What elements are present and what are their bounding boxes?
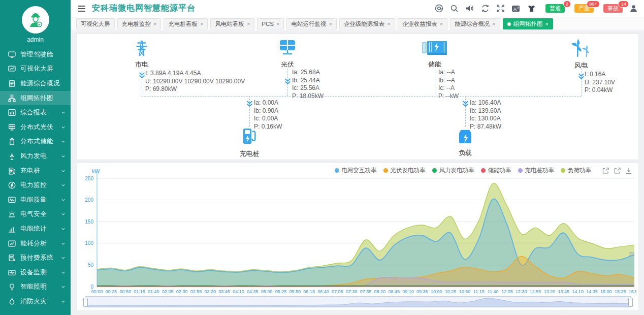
header-actions: Az普通2严重99+事故14 xyxy=(435,4,638,13)
close-icon[interactable]: × xyxy=(440,21,443,27)
chevron-down-icon xyxy=(61,125,66,130)
fullscreen-icon[interactable] xyxy=(496,4,505,13)
sidebar-item-analysis[interactable]: 能耗分析 xyxy=(0,236,71,251)
alarm-badge-2[interactable]: 事故14 xyxy=(603,4,623,13)
avatar xyxy=(22,6,49,34)
zoom-box-icon[interactable] xyxy=(602,167,609,174)
legend-label: 风力发电功率 xyxy=(439,167,474,174)
sidebar-item-bulb[interactable]: 智能照明 xyxy=(0,280,71,295)
close-icon[interactable]: × xyxy=(545,21,548,27)
svg-text:12:05: 12:05 xyxy=(501,289,513,294)
engineer-avatar-icon xyxy=(25,10,46,30)
sidebar-item-book[interactable]: 能源综合概况 xyxy=(0,76,71,91)
legend-item-2[interactable]: 风力发电功率 xyxy=(432,167,474,174)
sidebar-item-charger[interactable]: 充电桩 xyxy=(0,164,71,178)
tab-label: 可视化大屏 xyxy=(81,20,110,28)
legend-item-3[interactable]: 储能功率 xyxy=(481,167,511,174)
node-load-values: Ia: 106.40AIb: 139.60AIc: 130.00AP: 87.4… xyxy=(470,99,501,131)
flow-down-icon xyxy=(284,78,291,87)
sidebar-item-fire[interactable]: 消防火灾 xyxy=(0,294,71,309)
tab-2[interactable]: 充电桩看板× xyxy=(164,18,208,29)
node-value: P: 69.80kW xyxy=(145,85,245,93)
close-icon[interactable]: × xyxy=(492,21,495,27)
node-value: U: 237.10V xyxy=(585,79,615,87)
node-storage-values: Ia: --AIb: --AIc: --AP: --kW xyxy=(438,69,459,100)
legend-item-4[interactable]: 充电桩功率 xyxy=(518,167,555,174)
restore-icon[interactable] xyxy=(614,167,621,174)
sidebar-item-topology[interactable]: 组网拓扑图 xyxy=(0,91,71,106)
close-icon[interactable]: × xyxy=(153,21,156,27)
close-icon[interactable]: × xyxy=(276,21,279,27)
tab-label: 风电站看板 xyxy=(215,20,244,28)
menu-toggle-button[interactable] xyxy=(77,4,87,13)
sidebar-item-alarm[interactable]: 电气安全 xyxy=(0,207,71,222)
close-icon[interactable]: × xyxy=(200,21,203,27)
tab-1[interactable]: 充电桩监控× xyxy=(117,18,162,29)
sidebar-item-dashboard[interactable]: 管理驾驶舱 xyxy=(0,47,71,62)
speaker-icon[interactable] xyxy=(465,4,474,13)
node-grid-icon xyxy=(132,50,151,59)
legend-item-0[interactable]: 电网交互功率 xyxy=(335,167,377,174)
legend-item-1[interactable]: 光伏发电功率 xyxy=(383,167,426,174)
refresh-icon[interactable] xyxy=(481,4,490,13)
tab-label: 充电桩监控 xyxy=(122,20,151,28)
svg-text:02:55: 02:55 xyxy=(190,289,202,294)
sidebar-item-bars[interactable]: 电能统计 xyxy=(0,222,71,236)
close-icon[interactable]: × xyxy=(387,21,390,27)
svg-text:00:00: 00:00 xyxy=(91,289,103,294)
user-icon[interactable] xyxy=(629,4,638,13)
svg-text:00:25: 00:25 xyxy=(106,289,117,294)
close-icon[interactable]: × xyxy=(329,21,332,27)
tab-5[interactable]: 电站运行监视× xyxy=(286,18,336,29)
topology-panel: 市电I: 3.89A 4.19A 4.45AU: 10290.00V 10290… xyxy=(76,34,639,160)
alarm-badge-label: 事故 xyxy=(607,5,619,11)
at-circle-icon[interactable] xyxy=(435,4,443,13)
tab-4[interactable]: PCS× xyxy=(257,18,284,29)
svg-text:13:20: 13:20 xyxy=(544,289,556,294)
sidebar-item-device[interactable]: 设备监测 xyxy=(0,265,71,280)
close-icon[interactable]: × xyxy=(247,21,250,27)
svg-text:kW: kW xyxy=(92,168,100,174)
chevron-down-icon xyxy=(61,154,66,159)
sidebar-item-quality[interactable]: 电能质量 xyxy=(0,193,71,207)
tab-8[interactable]: 能源综合概况× xyxy=(450,18,500,29)
datazoom-right-handle[interactable] xyxy=(628,298,633,307)
sidebar-item-screen[interactable]: 可视化大屏 xyxy=(0,62,71,77)
tab-label: PCS xyxy=(262,21,274,27)
sidebar: admin 管理驾驶舱可视化大屏能源综合概况组网拓扑图综合报表分布式光伏分布式储… xyxy=(0,0,71,315)
sidebar-item-label: 综合报表 xyxy=(20,108,61,117)
tab-6[interactable]: 企业级能源报表× xyxy=(339,18,395,29)
theme-icon[interactable] xyxy=(527,5,536,13)
svg-text:13:45: 13:45 xyxy=(558,289,570,294)
tab-0[interactable]: 可视化大屏 xyxy=(76,18,115,29)
node-value: Ic: 130.00A xyxy=(470,115,501,123)
sidebar-item-label: 电能质量 xyxy=(20,196,61,204)
badge-count: 99+ xyxy=(587,1,600,8)
svg-text:07:30: 07:30 xyxy=(346,289,358,294)
node-charger-icon xyxy=(239,140,260,148)
search-icon[interactable] xyxy=(450,4,459,13)
alarm-badge-0[interactable]: 普通2 xyxy=(545,4,565,13)
chart-datazoom-slider[interactable] xyxy=(85,296,631,307)
node-label: 充电桩 xyxy=(229,149,270,159)
sidebar-item-power[interactable]: 电力监控 xyxy=(0,178,71,193)
tab-9[interactable]: 组网拓扑图× xyxy=(503,18,553,29)
tab-7[interactable]: 企业收益报表× xyxy=(398,18,447,29)
tab-3[interactable]: 风电站看板× xyxy=(210,18,254,29)
drag-handle-icon[interactable] xyxy=(629,249,635,259)
sidebar-item-battery[interactable]: 分布式储能 xyxy=(0,135,71,149)
sidebar-item-report[interactable]: 综合报表 xyxy=(0,105,71,120)
sidebar-item-pv[interactable]: 分布式光伏 xyxy=(0,120,71,135)
alarm-badge-1[interactable]: 严重99+ xyxy=(574,4,594,13)
node-value: Ia: 106.40A xyxy=(470,99,501,107)
bulb-icon xyxy=(8,283,16,291)
flow-down-icon xyxy=(462,100,469,109)
legend-dot xyxy=(518,168,523,173)
sidebar-item-wind[interactable]: 风力发电 xyxy=(0,149,71,164)
legend-item-5[interactable]: 负荷功率 xyxy=(561,167,591,174)
translate-icon[interactable]: Az xyxy=(511,5,521,13)
svg-text:12:30: 12:30 xyxy=(516,289,527,294)
sidebar-item-prepaid[interactable]: 预付费系统 xyxy=(0,250,71,265)
download-icon[interactable] xyxy=(625,167,632,174)
datazoom-left-handle[interactable] xyxy=(83,298,88,307)
